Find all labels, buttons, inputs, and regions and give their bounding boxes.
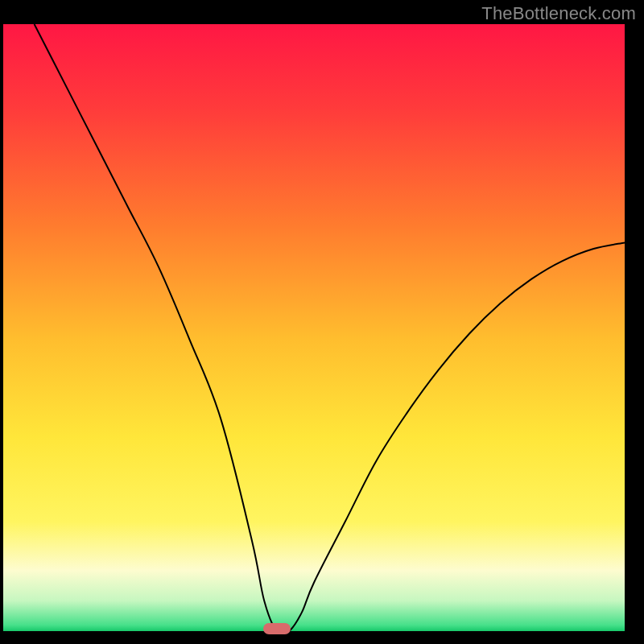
- optimal-point-marker: [263, 623, 291, 634]
- chart-panel: [3, 24, 625, 631]
- gradient-background: [3, 24, 625, 631]
- watermark-text: TheBottleneck.com: [481, 3, 636, 24]
- bottleneck-chart-svg: [3, 24, 625, 631]
